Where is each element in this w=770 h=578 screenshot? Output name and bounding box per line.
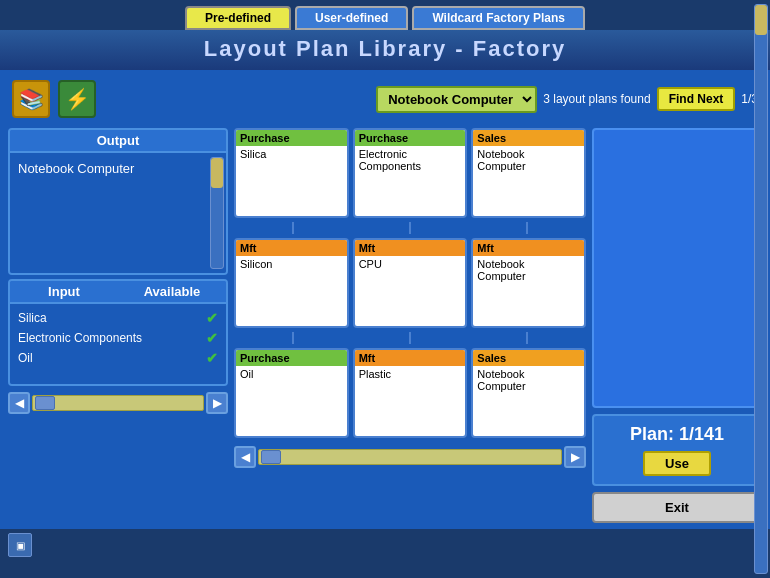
output-header: Output [10,130,226,153]
input-name: Electronic Components [18,331,142,345]
plan-card-mft-plastic[interactable]: Mft Plastic [353,348,468,438]
bottom-scrollbar: ◀ ▶ [8,392,228,414]
grid-scroll-right[interactable]: ▶ [564,446,586,468]
card-body: CPU [355,256,466,316]
connector-line [526,222,528,234]
input-section: Input Available Silica ✔ Electronic Comp… [8,279,228,386]
preview-box [592,128,762,408]
input-name: Silica [18,311,47,325]
found-count: 3 layout plans found [543,92,650,106]
plan-card-sales-notebook-2[interactable]: Sales NotebookComputer [471,348,586,438]
left-panel: Output Notebook Computer Input Available… [8,128,228,523]
bottom-bar: ▣ [0,529,770,561]
list-item: Electronic Components ✔ [18,328,218,348]
connector-row-1 [234,222,586,234]
content-row: Output Notebook Computer Input Available… [8,128,762,523]
grid-bottom-scrollbar: ◀ ▶ [234,446,586,468]
output-section: Output Notebook Computer [8,128,228,275]
grid-row-1: Purchase Silica Purchase ElectronicCompo… [234,128,586,218]
search-area: Notebook Computer 3 layout plans found F… [376,86,758,113]
use-button[interactable]: Use [643,451,711,476]
card-header: Purchase [236,350,347,366]
plan-card-purchase-oil[interactable]: Purchase Oil [234,348,349,438]
plan-card-mft-notebook[interactable]: Mft NotebookComputer [471,238,586,328]
tab-wildcard[interactable]: Wildcard Factory Plans [412,6,585,30]
list-item: Silica ✔ [18,308,218,328]
input-header-row: Input Available [10,281,226,304]
tab-userdefined[interactable]: User-defined [295,6,408,30]
available-check: ✔ [206,350,218,366]
exit-button[interactable]: Exit [592,492,762,523]
grid-row-2: Mft Silicon Mft CPU Mft NotebookComputer [234,238,586,328]
find-next-button[interactable]: Find Next [657,87,736,111]
scrollbar-thumb [211,158,223,188]
output-item: Notebook Computer [18,159,218,178]
scroll-thumb-h [35,396,55,410]
plan-card-purchase-silica[interactable]: Purchase Silica [234,128,349,218]
list-item: Oil ✔ [18,348,218,368]
grid-scroll-left[interactable]: ◀ [234,446,256,468]
right-panel: Plan: 1/141 Use Exit [592,128,762,523]
scroll-left-arrow[interactable]: ◀ [8,392,30,414]
plan-card-sales-notebook-1[interactable]: Sales NotebookComputer [471,128,586,218]
card-body: NotebookComputer [473,366,584,426]
card-body: Plastic [355,366,466,426]
connector-line [292,222,294,234]
card-header: Purchase [355,130,466,146]
input-content: Silica ✔ Electronic Components ✔ Oil ✔ [10,304,226,384]
status-icon: ▣ [8,533,32,557]
scroll-track[interactable] [32,395,204,411]
grid-scroll-thumb [261,450,281,464]
page-title: Layout Plan Library - Factory [204,36,566,61]
tab-predefined[interactable]: Pre-defined [185,6,291,30]
card-header: Mft [473,240,584,256]
card-header: Sales [473,130,584,146]
lightning-icon[interactable]: ⚡ [58,80,96,118]
input-header: Input [10,281,118,302]
book-icon[interactable]: 📚 [12,80,50,118]
tab-bar: Pre-defined User-defined Wildcard Factor… [0,0,770,30]
available-check: ✔ [206,330,218,346]
connector-line [526,332,528,344]
output-content: Notebook Computer [10,153,226,273]
available-check: ✔ [206,310,218,326]
main-area: 📚 ⚡ Notebook Computer 3 layout plans fou… [0,70,770,529]
card-body: NotebookComputer [473,256,584,316]
connector-row-2 [234,332,586,344]
plan-label: Plan: 1/141 [602,424,752,445]
grid-scroll-track[interactable] [258,449,562,465]
card-body: Oil [236,366,347,426]
connector-line [409,222,411,234]
card-body: NotebookComputer [473,146,584,206]
connector-line [409,332,411,344]
plan-card-mft-cpu[interactable]: Mft CPU [353,238,468,328]
center-grid: Purchase Silica Purchase ElectronicCompo… [234,128,586,523]
card-header: Mft [355,240,466,256]
card-header: Mft [355,350,466,366]
card-body: ElectronicComponents [355,146,466,206]
card-header: Sales [473,350,584,366]
card-body: Silicon [236,256,347,316]
output-scrollbar[interactable] [210,157,224,269]
available-header: Available [118,281,226,302]
card-body: Silica [236,146,347,206]
plan-card-purchase-electronic[interactable]: Purchase ElectronicComponents [353,128,468,218]
toolbar: 📚 ⚡ Notebook Computer 3 layout plans fou… [8,76,762,122]
product-dropdown[interactable]: Notebook Computer [376,86,537,113]
scroll-right-arrow[interactable]: ▶ [206,392,228,414]
grid-row-3: Purchase Oil Mft Plastic Sales NotebookC… [234,348,586,438]
input-name: Oil [18,351,33,365]
plan-info: Plan: 1/141 Use [592,414,762,486]
plan-card-mft-silicon[interactable]: Mft Silicon [234,238,349,328]
title-bar: Layout Plan Library - Factory [0,30,770,70]
card-header: Purchase [236,130,347,146]
card-header: Mft [236,240,347,256]
connector-line [292,332,294,344]
